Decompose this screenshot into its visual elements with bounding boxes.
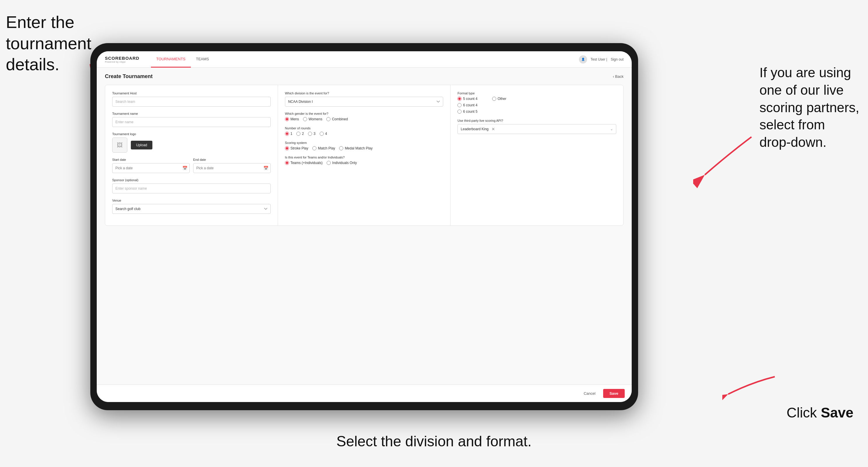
division-group: Which division is the event for? NCAA Di… — [285, 91, 443, 106]
scoring-medal[interactable]: Medal Match Play — [339, 146, 372, 150]
teams-teams[interactable]: Teams (+Individuals) — [285, 161, 322, 165]
form-grid: Tournament Host Tournament name Tourname… — [105, 85, 624, 226]
live-scoring-expand[interactable]: ⌄ — [610, 127, 613, 131]
sponsor-group: Sponsor (optional) — [112, 178, 271, 193]
save-button[interactable]: Save — [603, 389, 625, 398]
tournament-host-label: Tournament Host — [112, 91, 271, 95]
logo-title: SCOREBOARD — [105, 56, 139, 61]
scoring-stroke[interactable]: Stroke Play — [285, 146, 308, 150]
tablet-screen: SCOREBOARD Powered by clippi TOURNAMENTS… — [97, 51, 632, 402]
format-6count5-label: 6 count 5 — [463, 110, 477, 114]
format-other-radio[interactable] — [492, 97, 496, 101]
format-row-1: 5 count 4 Other — [458, 97, 616, 101]
division-label: Which division is the event for? — [285, 91, 443, 95]
rounds-2[interactable]: 2 — [296, 132, 304, 136]
gender-womens-radio[interactable] — [303, 117, 307, 121]
gender-mens-radio[interactable] — [285, 117, 289, 121]
page-title: Create Tournament — [105, 73, 153, 80]
start-date-label: Start date — [112, 158, 190, 161]
venue-group: Venue Search golf club — [112, 199, 271, 214]
live-scoring-value: Leaderboard King — [461, 127, 488, 131]
teams-individuals-radio[interactable] — [327, 161, 331, 165]
tournament-logo-label: Tournament logo — [112, 132, 271, 136]
gender-combined[interactable]: Combined — [326, 117, 348, 121]
upload-button[interactable]: Upload — [131, 141, 152, 150]
live-scoring-clear[interactable]: ✕ — [492, 127, 495, 131]
nav-tournaments[interactable]: TOURNAMENTS — [151, 51, 191, 68]
live-scoring-tag: Leaderboard King ✕ ⌄ — [458, 124, 616, 134]
cancel-button[interactable]: Cancel — [579, 389, 600, 398]
rounds-1[interactable]: 1 — [285, 132, 292, 136]
format-5count4-label: 5 count 4 — [463, 97, 477, 101]
format-options: 5 count 4 Other 6 count 4 — [458, 97, 616, 114]
rounds-4-radio[interactable] — [320, 132, 324, 136]
scoring-stroke-label: Stroke Play — [290, 146, 308, 150]
form-footer: Cancel Save — [97, 384, 632, 402]
gender-combined-radio[interactable] — [326, 117, 331, 121]
scoring-label: Scoring system — [285, 141, 443, 145]
rounds-4[interactable]: 4 — [320, 132, 327, 136]
arrow-live-scoring — [693, 131, 757, 189]
logo-area: SCOREBOARD Powered by clippi — [105, 56, 139, 63]
gender-group: Which gender is the event for? Mens Wome… — [285, 112, 443, 121]
back-link[interactable]: Back — [613, 74, 624, 79]
scoring-match-radio[interactable] — [312, 146, 316, 150]
format-6count4[interactable]: 6 count 4 — [458, 103, 616, 107]
end-date-wrap: 📅 — [193, 163, 271, 173]
date-row: Start date 📅 End date 📅 — [112, 158, 271, 173]
navbar: SCOREBOARD Powered by clippi TOURNAMENTS… — [97, 51, 632, 68]
gender-combined-label: Combined — [332, 117, 348, 121]
scoring-match[interactable]: Match Play — [312, 146, 335, 150]
sign-out-link[interactable]: Sign out — [611, 57, 624, 61]
live-scoring-group: Use third-party live scoring API? Leader… — [458, 119, 616, 134]
rounds-2-radio[interactable] — [296, 132, 301, 136]
date-group: Start date 📅 End date 📅 — [112, 158, 271, 173]
tournament-logo-group: Tournament logo 🖼 Upload — [112, 132, 271, 153]
tournament-name-group: Tournament name — [112, 112, 271, 127]
scoring-radio-group: Stroke Play Match Play Medal Match Play — [285, 146, 443, 150]
sponsor-input[interactable] — [112, 184, 271, 193]
nav-links: TOURNAMENTS TEAMS — [151, 51, 579, 68]
rounds-1-radio[interactable] — [285, 132, 289, 136]
arrow-save — [722, 371, 781, 400]
scoring-stroke-radio[interactable] — [285, 146, 289, 150]
venue-select[interactable]: Search golf club — [112, 204, 271, 214]
scoring-medal-radio[interactable] — [339, 146, 343, 150]
teams-label: Is this event for Teams and/or Individua… — [285, 156, 443, 159]
format-6count5[interactable]: 6 count 5 — [458, 110, 616, 114]
format-6count4-radio[interactable] — [458, 103, 462, 107]
rounds-3[interactable]: 3 — [308, 132, 315, 136]
format-5count4[interactable]: 5 count 4 — [458, 97, 477, 101]
tournament-host-input[interactable] — [112, 97, 271, 106]
tournament-host-group: Tournament Host — [112, 91, 271, 106]
scoring-medal-label: Medal Match Play — [345, 146, 372, 150]
teams-individuals-label: Individuals Only — [332, 161, 357, 165]
format-other[interactable]: Other — [492, 97, 506, 101]
tournament-name-input[interactable] — [112, 117, 271, 127]
division-select[interactable]: NCAA Division I — [285, 97, 443, 106]
logo-placeholder: 🖼 — [112, 137, 127, 153]
end-date-group: End date 📅 — [193, 158, 271, 173]
user-name: Test User | — [591, 57, 607, 61]
rounds-3-radio[interactable] — [308, 132, 312, 136]
annotation-live-scoring: If you are using one of our live scoring… — [759, 64, 859, 151]
start-date-group: Start date 📅 — [112, 158, 190, 173]
format-5count4-radio[interactable] — [458, 97, 462, 101]
nav-teams[interactable]: TEAMS — [191, 51, 214, 68]
end-date-label: End date — [193, 158, 271, 161]
teams-individuals[interactable]: Individuals Only — [327, 161, 357, 165]
start-date-input[interactable] — [112, 163, 190, 173]
teams-teams-radio[interactable] — [285, 161, 289, 165]
main-content: Create Tournament Back Tournament Host T… — [97, 68, 632, 384]
logo-subtitle: Powered by clippi — [105, 61, 139, 63]
live-scoring-label: Use third-party live scoring API? — [458, 119, 616, 122]
rounds-label: Number of rounds — [285, 126, 443, 130]
format-6count5-radio[interactable] — [458, 110, 462, 114]
teams-group: Is this event for Teams and/or Individua… — [285, 156, 443, 165]
gender-mens[interactable]: Mens — [285, 117, 299, 121]
scoring-match-label: Match Play — [318, 146, 335, 150]
teams-teams-label: Teams (+Individuals) — [290, 161, 322, 165]
gender-womens[interactable]: Womens — [303, 117, 322, 121]
end-date-input[interactable] — [193, 163, 271, 173]
format-type-label: Format type — [458, 91, 616, 95]
